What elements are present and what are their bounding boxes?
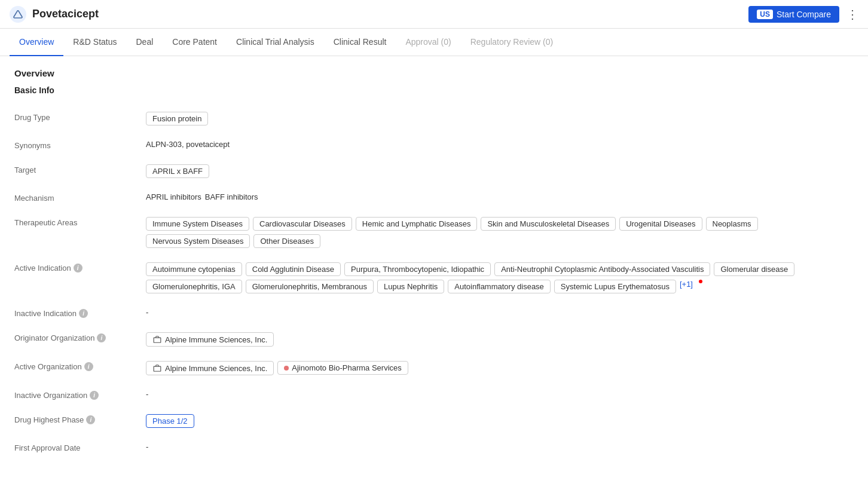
originator-org-tag: Alpine Immune Sciences, Inc. xyxy=(146,332,274,347)
therapeutic-areas-value: Immune System Diseases Cardiovascular Di… xyxy=(146,217,854,248)
nav-tabs: Overview R&D Status Deal Core Patent Cli… xyxy=(0,29,868,56)
originator-org-text: Alpine Immune Sciences, Inc. xyxy=(165,335,267,344)
svg-rect-1 xyxy=(154,366,161,371)
tab-overview[interactable]: Overview xyxy=(10,29,63,56)
drug-highest-phase-value: Phase 1/2 xyxy=(146,414,854,428)
header-left: Povetacicept xyxy=(10,6,99,23)
tab-regulatory[interactable]: Regulatory Review (0) xyxy=(461,29,563,56)
target-value: APRIL x BAFF xyxy=(146,164,854,178)
first-approval-date-text: - xyxy=(146,442,148,451)
target-tag: APRIL x BAFF xyxy=(146,164,209,178)
inactive-indication-value: - xyxy=(146,308,854,317)
mechanism-text-2: BAFF inhibitors xyxy=(205,192,258,201)
active-indication-row: Active Indication i Autoimmune cytopenia… xyxy=(14,255,854,301)
first-approval-date-label: First Approval Date xyxy=(14,442,146,452)
ta-tag-5: Urogenital Diseases xyxy=(619,217,702,231)
more-options-icon[interactable]: ⋮ xyxy=(846,7,858,22)
mechanism-value: APRIL inhibitors BAFF inhibitors xyxy=(146,192,854,201)
synonyms-text: ALPN-303, povetacicept xyxy=(146,140,230,149)
originator-org-label: Originator Organization i xyxy=(14,332,146,342)
drug-icon xyxy=(10,6,26,23)
header: Povetacicept US Start Compare ⋮ xyxy=(0,0,868,29)
active-indication-label: Active Indication i xyxy=(14,262,146,273)
inactive-org-label: Inactive Organization i xyxy=(14,390,146,400)
inactive-org-row: Inactive Organization i - xyxy=(14,382,854,407)
tab-clinical-trial[interactable]: Clinical Trial Analysis xyxy=(227,29,324,56)
tab-deal[interactable]: Deal xyxy=(127,29,163,56)
active-org-info-icon[interactable]: i xyxy=(84,362,93,371)
ai-tag-7: Glomerulonephritis, Membranous xyxy=(246,280,374,293)
phase-tag: Phase 1/2 xyxy=(146,414,194,428)
ai-tag-4: Anti-Neutrophil Cytoplasmic Antibody-Ass… xyxy=(494,262,710,276)
active-org-label: Active Organization i xyxy=(14,361,146,371)
inactive-indication-row: Inactive Indication i - xyxy=(14,301,854,325)
active-org-text-2: Ajinomoto Bio-Pharma Services xyxy=(292,363,402,372)
basic-info-title: Basic Info xyxy=(14,85,854,95)
ta-tag-8: Other Diseases xyxy=(253,234,320,248)
active-indication-info-icon[interactable]: i xyxy=(74,264,82,273)
inactive-org-value: - xyxy=(146,390,854,399)
drug-type-value: Fusion protein xyxy=(146,112,854,125)
ta-tag-7: Nervous System Diseases xyxy=(146,234,250,248)
ai-more-link[interactable]: [+1] xyxy=(680,280,693,289)
tab-core-patent[interactable]: Core Patent xyxy=(163,29,227,56)
ai-tag-5: Glomerular disease xyxy=(714,262,794,276)
ta-tag-3: Hemic and Lymphatic Diseases xyxy=(356,217,478,231)
inactive-org-text: - xyxy=(146,390,148,399)
start-compare-button[interactable]: US Start Compare xyxy=(748,6,839,23)
org-icon-1 xyxy=(152,335,162,344)
therapeutic-areas-label: Therapeutic Areas xyxy=(14,217,146,227)
header-right: US Start Compare ⋮ xyxy=(748,6,858,23)
ai-tag-6: Glomerulonephritis, IGA xyxy=(146,280,242,293)
ai-tag-2: Cold Agglutinin Disease xyxy=(246,262,341,276)
first-approval-date-row: First Approval Date - xyxy=(14,435,854,460)
section-title: Overview xyxy=(14,68,854,78)
first-approval-date-value: - xyxy=(146,442,854,451)
active-org-tag-1: Alpine Immune Sciences, Inc. xyxy=(146,361,274,375)
ai-tag-3: Purpura, Thrombocytopenic, Idiopathic xyxy=(344,262,491,276)
drug-title: Povetacicept xyxy=(32,8,99,20)
mechanism-row: Mechanism APRIL inhibitors BAFF inhibito… xyxy=(14,185,854,210)
svg-rect-0 xyxy=(154,338,161,342)
drug-highest-phase-info-icon[interactable]: i xyxy=(86,415,95,424)
active-indicator-dot xyxy=(699,280,702,283)
inactive-indication-info-icon[interactable]: i xyxy=(79,309,88,318)
ta-tag-1: Immune System Diseases xyxy=(146,217,249,231)
tab-approval[interactable]: Approval (0) xyxy=(396,29,460,56)
main-content: Overview Basic Info Drug Type Fusion pro… xyxy=(0,56,868,471)
ai-tag-10: Systemic Lupus Erythematosus xyxy=(554,280,676,293)
ta-tag-2: Cardiovascular Diseases xyxy=(253,217,352,231)
synonyms-label: Synonyms xyxy=(14,140,146,150)
partner-dot xyxy=(284,366,289,371)
ai-tag-9: Autoinflammatory disease xyxy=(448,280,551,293)
drug-type-tag: Fusion protein xyxy=(146,112,208,125)
active-org-text-1: Alpine Immune Sciences, Inc. xyxy=(165,364,267,373)
originator-org-row: Originator Organization i Alpine Immune … xyxy=(14,325,854,354)
synonyms-value: ALPN-303, povetacicept xyxy=(146,140,854,149)
mechanism-text-1: APRIL inhibitors xyxy=(146,192,201,201)
inactive-indication-text: - xyxy=(146,308,148,317)
ai-tag-1: Autoimmune cytopenias xyxy=(146,262,242,276)
ta-tag-4: Skin and Musculoskeletal Diseases xyxy=(481,217,616,231)
start-compare-label: Start Compare xyxy=(777,10,831,19)
synonyms-row: Synonyms ALPN-303, povetacicept xyxy=(14,133,854,157)
inactive-org-info-icon[interactable]: i xyxy=(90,391,99,400)
active-org-tag-2: Ajinomoto Bio-Pharma Services xyxy=(277,361,408,375)
active-indication-value: Autoimmune cytopenias Cold Agglutinin Di… xyxy=(146,262,854,293)
org-icon-2 xyxy=(152,363,162,373)
active-org-value: Alpine Immune Sciences, Inc. Ajinomoto B… xyxy=(146,361,854,375)
drug-type-row: Drug Type Fusion protein xyxy=(14,105,854,133)
drug-highest-phase-row: Drug Highest Phase i Phase 1/2 xyxy=(14,407,854,435)
drug-highest-phase-label: Drug Highest Phase i xyxy=(14,414,146,424)
drug-type-label: Drug Type xyxy=(14,112,146,122)
tab-rd-status[interactable]: R&D Status xyxy=(63,29,126,56)
us-badge: US xyxy=(757,10,773,19)
originator-org-value: Alpine Immune Sciences, Inc. xyxy=(146,332,854,347)
originator-org-info-icon[interactable]: i xyxy=(97,333,106,342)
ta-tag-6: Neoplasms xyxy=(706,217,758,231)
active-org-row: Active Organization i Alpine Immune Scie… xyxy=(14,354,854,382)
target-row: Target APRIL x BAFF xyxy=(14,157,854,185)
target-label: Target xyxy=(14,164,146,174)
therapeutic-areas-row: Therapeutic Areas Immune System Diseases… xyxy=(14,210,854,255)
tab-clinical-result[interactable]: Clinical Result xyxy=(324,29,396,56)
